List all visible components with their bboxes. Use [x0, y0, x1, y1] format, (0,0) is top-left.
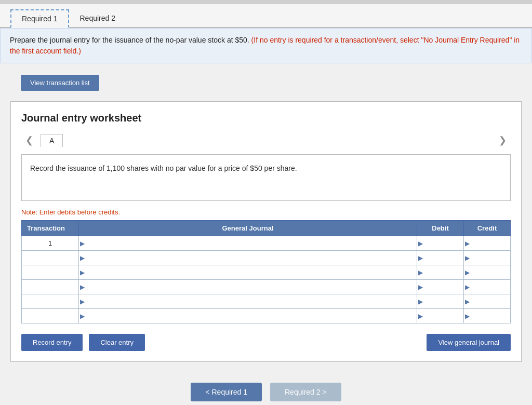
general-journal-input-3[interactable]: [79, 265, 417, 279]
credit-input-1[interactable]: [464, 236, 510, 250]
credit-input-5[interactable]: [464, 294, 510, 308]
table-row: ▶ ▶ ▶: [22, 294, 511, 309]
credit-arrow-3: ▶: [465, 269, 470, 276]
note-text: Note: Enter debits before credits.: [21, 208, 511, 216]
col-header-credit: Credit: [464, 221, 511, 236]
general-journal-input-6[interactable]: [79, 309, 417, 323]
debit-arrow-4: ▶: [418, 284, 423, 291]
record-description-text: Record the issuance of 1,100 shares with…: [30, 164, 297, 172]
general-journal-input-2[interactable]: [79, 251, 417, 265]
credit-arrow-4: ▶: [465, 284, 470, 291]
instruction-main-text: Prepare the journal entry for the issuan…: [10, 36, 249, 44]
transaction-num-4: [22, 280, 79, 294]
col-header-general-journal: General Journal: [79, 221, 417, 236]
record-description-box: Record the issuance of 1,100 shares with…: [21, 154, 511, 201]
general-journal-input-5[interactable]: [79, 294, 417, 308]
view-transaction-button[interactable]: View transaction list: [21, 75, 99, 91]
bottom-next-button[interactable]: Required 2 >: [270, 383, 341, 401]
debit-input-4[interactable]: [417, 280, 463, 294]
transaction-num-6: [22, 309, 79, 323]
col-header-transaction: Transaction: [22, 221, 79, 236]
credit-input-2[interactable]: [464, 251, 510, 265]
tab-required1[interactable]: Required 1: [10, 9, 69, 28]
general-journal-cell-5[interactable]: ▶: [79, 294, 417, 309]
credit-input-6[interactable]: [464, 309, 510, 323]
credit-arrow-2: ▶: [465, 254, 470, 262]
tab-required2[interactable]: Required 2: [69, 9, 127, 27]
debit-input-1[interactable]: [417, 236, 463, 250]
table-row: ▶ ▶ ▶: [22, 309, 511, 323]
debit-input-5[interactable]: [417, 294, 463, 308]
debit-arrow-5: ▶: [418, 298, 423, 305]
general-journal-cell-4[interactable]: ▶: [79, 280, 417, 294]
debit-arrow-2: ▶: [418, 254, 423, 262]
row-arrow-5: ▶: [80, 298, 85, 305]
table-row: ▶ ▶ ▶: [22, 251, 511, 265]
credit-input-3[interactable]: [464, 265, 510, 279]
tabs-row: Required 1 Required 2: [0, 4, 532, 28]
bottom-nav: < Required 1 Required 2 >: [0, 372, 532, 405]
transaction-num-3: [22, 265, 79, 280]
prev-arrow-button[interactable]: ❮: [21, 132, 37, 148]
action-buttons-row: Record entry Clear entry View general jo…: [21, 334, 511, 351]
credit-arrow-5: ▶: [465, 298, 470, 305]
worksheet-nav-row: ❮ A ❯: [21, 132, 511, 148]
credit-cell-5[interactable]: ▶: [464, 294, 511, 309]
debit-cell-4[interactable]: ▶: [417, 280, 464, 294]
row-arrow-1: ▶: [80, 240, 85, 247]
debit-cell-3[interactable]: ▶: [417, 265, 464, 280]
debit-cell-2[interactable]: ▶: [417, 251, 464, 265]
credit-cell-2[interactable]: ▶: [464, 251, 511, 265]
clear-entry-button[interactable]: Clear entry: [89, 334, 145, 351]
row-arrow-2: ▶: [80, 254, 85, 262]
credit-cell-4[interactable]: ▶: [464, 280, 511, 294]
debit-arrow-1: ▶: [418, 240, 423, 247]
table-row: ▶ ▶ ▶: [22, 265, 511, 280]
debit-arrow-6: ▶: [418, 313, 423, 320]
row-arrow-4: ▶: [80, 284, 85, 291]
transaction-num-2: [22, 251, 79, 265]
credit-arrow-6: ▶: [465, 313, 470, 320]
transaction-num-5: [22, 294, 79, 309]
record-entry-button[interactable]: Record entry: [21, 334, 83, 351]
debit-cell-6[interactable]: ▶: [417, 309, 464, 323]
col-header-debit: Debit: [417, 221, 464, 236]
credit-cell-6[interactable]: ▶: [464, 309, 511, 323]
instruction-box: Prepare the journal entry for the issuan…: [0, 28, 532, 63]
debit-input-2[interactable]: [417, 251, 463, 265]
credit-input-4[interactable]: [464, 280, 510, 294]
credit-cell-1[interactable]: ▶: [464, 236, 511, 251]
transaction-num-1: 1: [22, 236, 79, 251]
journal-table: Transaction General Journal Debit Credit…: [21, 220, 511, 323]
table-row: 1 ▶ ▶ ▶: [22, 236, 511, 251]
general-journal-cell-3[interactable]: ▶: [79, 265, 417, 280]
debit-input-6[interactable]: [417, 309, 463, 323]
worksheet-container: Journal entry worksheet ❮ A ❯ Record the…: [10, 101, 522, 362]
general-journal-input-4[interactable]: [79, 280, 417, 294]
general-journal-input-1[interactable]: [79, 236, 417, 250]
general-journal-cell-1[interactable]: ▶: [79, 236, 417, 251]
row-arrow-3: ▶: [80, 269, 85, 276]
debit-arrow-3: ▶: [418, 269, 423, 276]
worksheet-title: Journal entry worksheet: [21, 112, 511, 124]
next-arrow-button[interactable]: ❯: [495, 132, 511, 148]
table-row: ▶ ▶ ▶: [22, 280, 511, 294]
debit-cell-1[interactable]: ▶: [417, 236, 464, 251]
general-journal-cell-6[interactable]: ▶: [79, 309, 417, 323]
view-general-journal-button[interactable]: View general journal: [427, 334, 511, 351]
row-arrow-6: ▶: [80, 313, 85, 320]
debit-input-3[interactable]: [417, 265, 463, 279]
debit-cell-5[interactable]: ▶: [417, 294, 464, 309]
worksheet-tab-a[interactable]: A: [41, 134, 63, 147]
credit-arrow-1: ▶: [465, 240, 470, 247]
bottom-prev-button[interactable]: < Required 1: [191, 383, 262, 401]
general-journal-cell-2[interactable]: ▶: [79, 251, 417, 265]
credit-cell-3[interactable]: ▶: [464, 265, 511, 280]
